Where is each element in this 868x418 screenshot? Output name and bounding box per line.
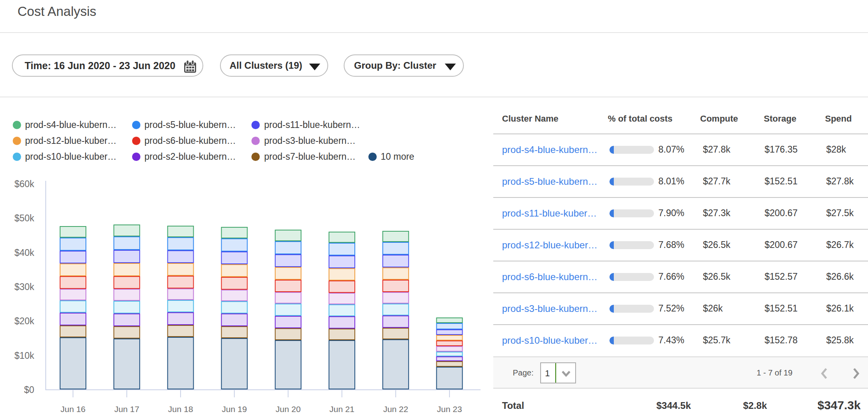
svg-text:$60k: $60k	[14, 179, 34, 189]
svg-text:$10k: $10k	[14, 350, 34, 361]
svg-text:Jun 19: Jun 19	[222, 404, 247, 414]
svg-text:Jun 21: Jun 21	[329, 404, 354, 414]
svg-text:Jun 17: Jun 17	[114, 404, 139, 414]
svg-text:$40k: $40k	[14, 248, 34, 258]
svg-text:Jun 18: Jun 18	[168, 404, 193, 414]
svg-text:Jun 23: Jun 23	[437, 404, 462, 414]
svg-text:Jun 22: Jun 22	[383, 404, 408, 414]
svg-text:Jun 16: Jun 16	[60, 404, 86, 414]
svg-text:$50k: $50k	[14, 213, 34, 223]
svg-text:$30k: $30k	[14, 282, 34, 292]
svg-text:Jun 20: Jun 20	[276, 404, 301, 414]
svg-text:$20k: $20k	[14, 316, 34, 326]
svg-text:$0: $0	[24, 385, 34, 395]
